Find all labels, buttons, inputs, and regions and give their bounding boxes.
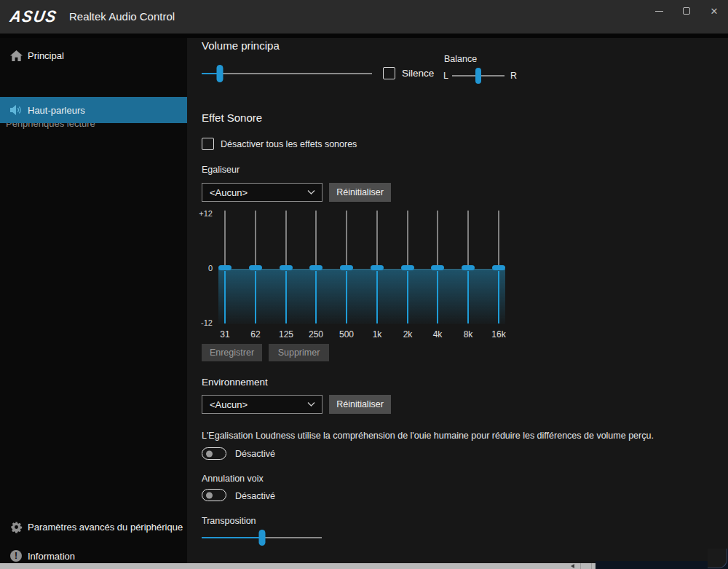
titlebar: ASUS Realtek Audio Control ✕ (0, 0, 728, 34)
dropdown-value: <Aucun> (210, 399, 248, 410)
toggle-knob (206, 450, 213, 457)
horizontal-scrollbar[interactable] (0, 563, 596, 569)
eq-band-frequency: 62 (244, 329, 267, 340)
scrollbar-arrow-icon (571, 564, 574, 568)
asus-logo: ASUS (9, 7, 59, 25)
equalizer-label: Egaliseur (202, 165, 240, 175)
eq-band-frequency: 2k (396, 329, 419, 340)
maximize-button[interactable] (673, 0, 700, 22)
scrollbar-separator (591, 563, 592, 569)
minimize-button[interactable] (645, 0, 673, 22)
volume-heading: Volume principa (202, 39, 280, 52)
silence-label: Silence (402, 68, 434, 79)
eq-band-handle[interactable] (492, 265, 505, 270)
scrollbar-separator (580, 563, 581, 569)
eq-band-handle[interactable] (401, 265, 414, 270)
delete-preset-button[interactable]: Supprimer (269, 344, 329, 361)
slider-handle[interactable] (216, 65, 223, 82)
home-icon (9, 49, 23, 62)
toggle-knob (206, 492, 213, 498)
voice-cancellation-label: Annulation voix (202, 474, 264, 484)
equalizer-reset-button[interactable]: Réinitialiser (329, 183, 391, 202)
app-title: Realtek Audio Control (69, 10, 175, 23)
eq-band-slider[interactable]: 31 (218, 210, 232, 341)
gear-icon (9, 520, 23, 533)
balance-slider[interactable] (452, 68, 505, 84)
eq-band-slider[interactable]: 250 (309, 210, 323, 341)
sidebar-item-label: Information (28, 551, 75, 562)
eq-band-handle[interactable] (249, 265, 262, 270)
minimize-icon (655, 11, 663, 12)
eq-band-slider[interactable]: 125 (280, 210, 293, 341)
sidebar-item-label: Haut-parleurs (28, 105, 85, 116)
eq-scale-top: +12 (195, 209, 213, 218)
info-icon: ! (9, 549, 23, 562)
transposition-slider[interactable] (202, 530, 322, 546)
sidebar-item-principal[interactable]: Principal (0, 42, 187, 68)
window-rounded-corner (708, 549, 728, 569)
close-button[interactable]: ✕ (700, 0, 728, 22)
eq-band-frequency: 31 (213, 329, 237, 340)
environment-reset-button[interactable]: Réinitialiser (329, 395, 391, 414)
eq-scale-zero: 0 (195, 264, 213, 272)
eq-band-handle[interactable] (280, 265, 293, 270)
maximize-icon (683, 7, 690, 15)
eq-band-slider[interactable]: 62 (249, 210, 262, 341)
sidebar-item-advanced-settings[interactable]: Paramètres avancés du périphérique (0, 514, 187, 540)
eq-band-handle[interactable] (462, 265, 475, 270)
eq-band-frequency: 8k (456, 329, 480, 340)
eq-band-frequency: 4k (426, 329, 449, 340)
master-volume-slider[interactable] (202, 65, 372, 82)
eq-band-slider[interactable]: 16k (492, 210, 505, 341)
save-preset-button[interactable]: Enregistrer (202, 344, 262, 361)
slider-track (202, 73, 372, 74)
silence-checkbox[interactable] (383, 67, 395, 79)
transposition-label: Transposition (202, 516, 256, 526)
sidebar: Principal Périphériques lecture Haut-par… (0, 38, 187, 563)
eq-band-handle[interactable] (340, 265, 353, 270)
chevron-down-icon (307, 402, 315, 407)
balance-right-label: R (510, 71, 517, 81)
disable-all-effects-label: Désactiver tous les effets sonores (221, 139, 357, 149)
speaker-icon (9, 103, 23, 117)
eq-band-slider[interactable]: 2k (401, 210, 414, 341)
eq-band-frequency: 250 (304, 329, 328, 340)
loudness-description: L'Egalisation Loudness utilise la compré… (202, 431, 654, 441)
dropdown-value: <Aucun> (210, 187, 248, 198)
eq-band-slider[interactable]: 8k (462, 210, 475, 341)
eq-band-slider[interactable]: 500 (340, 210, 353, 341)
sidebar-item-label: Principal (28, 50, 64, 61)
voice-cancellation-state-label: Désactivé (235, 491, 275, 501)
eq-band-frequency: 125 (274, 329, 298, 340)
slider-handle[interactable] (475, 68, 481, 84)
disable-all-effects-checkbox[interactable] (202, 138, 214, 150)
window-controls: ✕ (645, 0, 728, 22)
eq-band-handle[interactable] (431, 265, 444, 270)
balance-left-label: L (443, 71, 448, 81)
sidebar-item-label: Paramètres avancés du périphérique (28, 522, 183, 533)
sidebar-item-speakers[interactable]: Haut-parleurs (0, 97, 187, 123)
voice-cancellation-toggle[interactable] (202, 489, 226, 501)
equalizer-preset-dropdown[interactable]: <Aucun> (202, 183, 323, 202)
loudness-state-label: Désactivé (235, 449, 275, 459)
eq-band-slider[interactable]: 4k (431, 210, 444, 341)
environment-preset-dropdown[interactable]: <Aucun> (202, 395, 323, 414)
balance-label: Balance (444, 54, 477, 64)
eq-scale-bottom: -12 (195, 318, 213, 327)
sound-effects-heading: Effet Sonore (202, 111, 262, 124)
eq-band-handle[interactable] (218, 265, 232, 270)
eq-band-slider[interactable]: 1k (371, 210, 384, 341)
eq-band-handle[interactable] (309, 265, 323, 270)
eq-band-handle[interactable] (371, 265, 384, 270)
eq-band-frequency: 16k (487, 329, 510, 340)
chevron-down-icon (307, 190, 315, 195)
slider-fill (202, 537, 262, 538)
eq-band-frequency: 1k (365, 329, 389, 340)
eq-band-frequency: 500 (335, 329, 358, 340)
environment-label: Environnement (202, 377, 268, 388)
close-icon: ✕ (711, 7, 719, 16)
slider-handle[interactable] (258, 530, 265, 546)
app-window: ASUS Realtek Audio Control ✕ Principal P… (0, 0, 728, 569)
loudness-toggle[interactable] (202, 447, 226, 460)
